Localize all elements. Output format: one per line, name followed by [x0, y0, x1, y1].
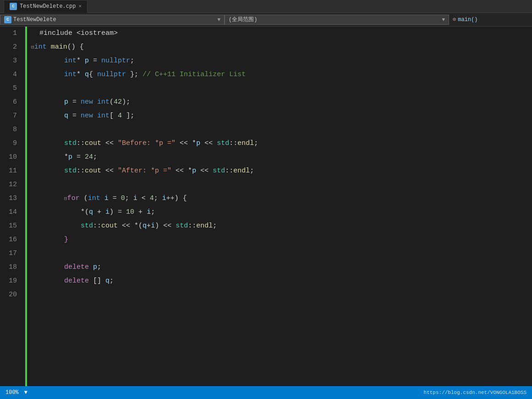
- line-number: 16: [0, 233, 21, 247]
- code-line: #include <iostream>: [31, 27, 532, 40]
- line-number: 8: [0, 123, 21, 137]
- nav-bar: C TestNewDelete ▼ (全局范围) ▼ ⊙ main(): [0, 13, 532, 27]
- code-line: p = new int(42);: [31, 95, 532, 109]
- code-area[interactable]: #include <iostream>⊟int main() { int* p …: [27, 27, 532, 386]
- line-number: 7: [0, 109, 21, 123]
- line-number: 10: [0, 150, 21, 164]
- line-number: 11: [0, 164, 21, 178]
- line-number: 3: [0, 54, 21, 68]
- line-number: 12: [0, 178, 21, 192]
- close-tab-button[interactable]: ×: [78, 4, 82, 9]
- code-line: [31, 123, 532, 137]
- line-number: 19: [0, 274, 21, 288]
- line-number: 15: [0, 219, 21, 233]
- green-bar-container: [25, 27, 27, 386]
- status-url: https://blog.csdn.net/VONGOLA1BOSS: [424, 390, 527, 395]
- class-dropdown[interactable]: C TestNewDelete ▼: [0, 15, 225, 25]
- code-line: [31, 247, 532, 260]
- code-line: std::cout << *(q+i) << std::endl;: [31, 219, 532, 233]
- code-line: delete [] q;: [31, 274, 532, 288]
- class-icon: C: [4, 16, 11, 23]
- code-line: [31, 82, 532, 95]
- line-number: 1: [0, 27, 21, 40]
- code-line: std::cout << "After: *p =" << *p << std:…: [31, 164, 532, 178]
- code-line: int* q{ nullptr }; // C++11 Initializer …: [31, 68, 532, 82]
- line-number: 4: [0, 68, 21, 82]
- code-line: ⊟int main() {: [31, 40, 532, 54]
- zoom-level: 100%: [5, 389, 19, 396]
- code-line: *p = 24;: [31, 150, 532, 164]
- method-icon: ⊙: [453, 16, 456, 23]
- line-number: 14: [0, 205, 21, 219]
- editor: 1234567891011121314151617181920 #include…: [0, 27, 532, 386]
- scope-dropdown-arrow: ▼: [442, 17, 445, 22]
- tab-label: TestNewDelete.cpp: [20, 3, 76, 10]
- line-gutter: 1234567891011121314151617181920: [0, 27, 25, 386]
- line-number: 13: [0, 192, 21, 205]
- code-line: [31, 178, 532, 192]
- status-left: 100% ▼: [5, 389, 27, 396]
- file-icon: C: [10, 3, 17, 10]
- line-number: 2: [0, 40, 21, 54]
- code-line: [31, 288, 532, 302]
- method-label: main(): [458, 17, 477, 23]
- scope-label: (全局范围): [229, 16, 257, 23]
- title-bar: C TestNewDelete.cpp ×: [0, 0, 532, 13]
- line-number: 9: [0, 137, 21, 150]
- line-number: 17: [0, 247, 21, 260]
- scope-dropdown[interactable]: (全局范围) ▼: [225, 15, 449, 25]
- code-line: delete p;: [31, 260, 532, 274]
- code-line: }: [31, 233, 532, 247]
- zoom-dropdown-arrow[interactable]: ▼: [24, 389, 27, 396]
- line-number: 5: [0, 82, 21, 95]
- code-line: *(q + i) = 10 + i;: [31, 205, 532, 219]
- code-line: q = new int[ 4 ];: [31, 109, 532, 123]
- method-dropdown[interactable]: ⊙ main(): [449, 15, 481, 25]
- line-numbers: 1234567891011121314151617181920: [0, 27, 25, 302]
- line-number: 20: [0, 288, 21, 302]
- code-line: std::cout << "Before: *p =" << *p << std…: [31, 137, 532, 150]
- code-line: int* p = nullptr;: [31, 54, 532, 68]
- class-name: TestNewDelete: [13, 17, 56, 23]
- green-bar: [25, 27, 27, 386]
- line-number: 6: [0, 95, 21, 109]
- status-bar: 100% ▼ https://blog.csdn.net/VONGOLA1BOS…: [0, 386, 532, 399]
- code-line: ⊟for (int i = 0; i < 4; i++) {: [31, 192, 532, 205]
- file-tab[interactable]: C TestNewDelete.cpp ×: [4, 0, 88, 13]
- line-number: 18: [0, 260, 21, 274]
- class-dropdown-arrow: ▼: [217, 17, 220, 22]
